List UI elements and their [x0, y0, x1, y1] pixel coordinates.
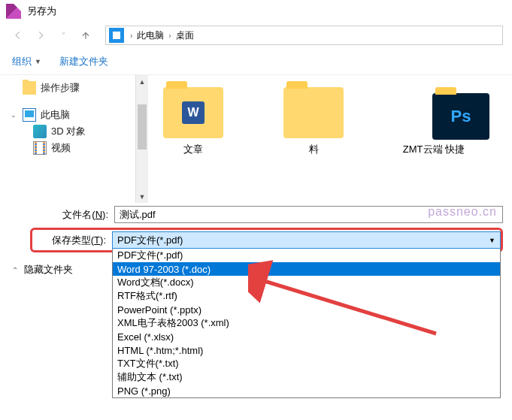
tree-item-3d[interactable]: 3D 对象 — [11, 123, 135, 140]
hide-folders-link[interactable]: 隐藏文件夹 — [24, 263, 73, 276]
new-folder-label: 新建文件夹 — [59, 55, 108, 68]
tree-label: 操作步骤 — [41, 81, 80, 95]
toolbar: 组织 ▼ 新建文件夹 — [0, 48, 512, 75]
arrow-up-icon — [80, 30, 91, 41]
file-label: ZMT云端 快捷 — [403, 143, 465, 156]
folder-icon — [283, 87, 344, 138]
dropdown-option[interactable]: Excel (*.xlsx) — [113, 330, 500, 343]
filename-label: 文件名(N): — [30, 208, 114, 222]
filetype-row: 保存类型(T): PDF文件(*.pdf) ▼ PDF文件(*.pdf)Word… — [0, 226, 512, 255]
filetype-label: 保存类型(T): — [32, 234, 112, 247]
nav-tree: 操作步骤 ⌄ 此电脑 3D 对象 视频 — [0, 75, 135, 203]
dropdown-option[interactable]: Word文档(*.docx) — [113, 276, 500, 289]
file-item[interactable]: 料 — [276, 87, 351, 191]
dropdown-option[interactable]: PDF文件(*.pdf) — [113, 249, 500, 262]
arrow-right-icon — [35, 30, 46, 41]
chevron-down-icon: ⌄ — [11, 111, 18, 119]
dropdown-option[interactable]: XML电子表格2003 (*.xml) — [113, 316, 500, 330]
tree-scrollbar[interactable]: ▲ ▼ — [135, 75, 148, 203]
organize-label: 组织 — [12, 55, 32, 68]
arrow-left-icon — [13, 30, 23, 41]
folder-icon: W — [163, 87, 223, 138]
content-area: 操作步骤 ⌄ 此电脑 3D 对象 视频 ▲ ▼ W 文章 料 — [0, 75, 512, 203]
chevron-down-icon: ▼ — [489, 237, 495, 244]
dropdown-option[interactable]: 辅助文本 (*.txt) — [113, 370, 500, 384]
tree-item-video[interactable]: 视频 — [11, 140, 135, 156]
window-title: 另存为 — [27, 5, 56, 18]
film-icon — [33, 141, 47, 155]
tree-label: 此电脑 — [41, 108, 70, 122]
folder-icon — [23, 81, 36, 95]
annotation-highlight: 保存类型(T): PDF文件(*.pdf) ▼ PDF文件(*.pdf)Word… — [30, 228, 503, 252]
file-label: 文章 — [183, 143, 203, 156]
tree-label: 3D 对象 — [51, 125, 86, 138]
dropdown-option[interactable]: Word 97-2003 (*.doc) — [113, 262, 500, 276]
organize-button[interactable]: 组织 ▼ — [12, 55, 41, 68]
scroll-down-icon[interactable]: ▼ — [136, 190, 148, 203]
new-folder-button[interactable]: 新建文件夹 — [59, 55, 108, 68]
file-label: 料 — [309, 143, 319, 156]
file-grid: W 文章 料 Ps ZMT云端 快捷 — [148, 75, 512, 203]
dropdown-option[interactable]: PowerPoint (*.pptx) — [113, 303, 500, 316]
pc-icon — [109, 28, 124, 43]
forward-button[interactable] — [32, 26, 50, 44]
photoshop-icon: Ps — [451, 107, 471, 126]
filetype-combo[interactable]: PDF文件(*.pdf) ▼ — [112, 231, 501, 249]
cube-icon — [33, 125, 47, 138]
tree-label: 视频 — [51, 141, 71, 155]
filetype-dropdown: PDF文件(*.pdf)Word 97-2003 (*.doc)Word文档(*… — [112, 249, 501, 398]
back-button[interactable] — [9, 26, 27, 44]
filetype-value: PDF文件(*.pdf) — [117, 234, 183, 247]
chevron-down-icon: ▼ — [35, 58, 41, 65]
dropdown-option[interactable]: HTML (*.htm;*.html) — [113, 343, 500, 357]
dropdown-option[interactable]: RTF格式(*.rtf) — [113, 289, 500, 303]
folder-icon: Ps — [432, 93, 489, 140]
chevron-right-icon: › — [130, 32, 132, 40]
nav-row: ˅ › 此电脑 › 桌面 — [0, 23, 512, 48]
breadcrumb[interactable]: › 此电脑 › 桌面 — [105, 26, 503, 45]
collapse-button[interactable]: ⌃ — [12, 266, 18, 274]
title-bar: 另存为 — [0, 0, 512, 23]
watermark: passneo.cn — [428, 205, 497, 219]
file-item[interactable]: W 文章 — [156, 87, 231, 191]
file-item[interactable]: Ps ZMT云端 快捷 — [396, 87, 471, 191]
scrollbar-thumb[interactable] — [138, 104, 147, 150]
recent-button[interactable]: ˅ — [54, 26, 72, 44]
dropdown-option[interactable]: PNG (*.png) — [113, 384, 500, 397]
breadcrumb-pc[interactable]: 此电脑 — [135, 29, 165, 42]
app-icon — [6, 4, 21, 19]
scroll-up-icon[interactable]: ▲ — [136, 75, 148, 88]
up-button[interactable] — [77, 26, 95, 44]
tree-item-pc[interactable]: ⌄ 此电脑 — [11, 107, 135, 123]
chevron-right-icon: › — [168, 32, 171, 40]
word-icon: W — [182, 101, 204, 124]
breadcrumb-desktop[interactable]: 桌面 — [174, 29, 195, 42]
tree-item-steps[interactable]: 操作步骤 — [11, 80, 135, 96]
dropdown-option[interactable]: TXT文件(*.txt) — [113, 357, 500, 370]
pc-icon — [23, 108, 36, 122]
